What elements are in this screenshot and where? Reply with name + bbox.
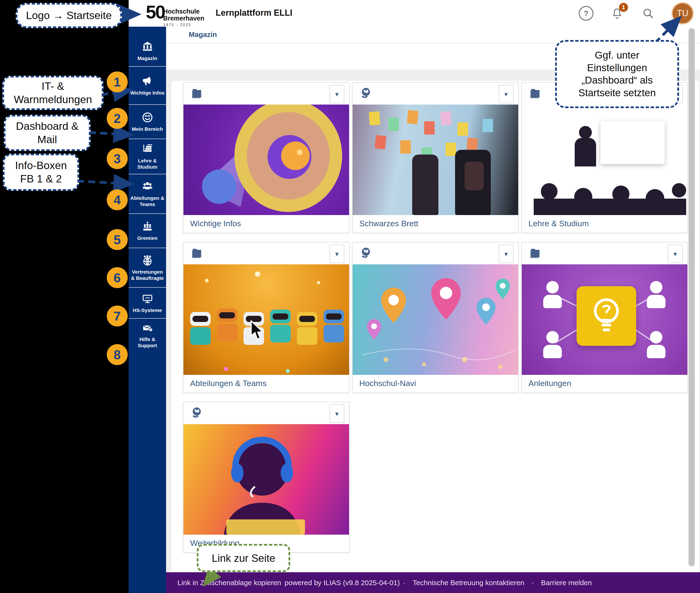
people-group-icon [141,180,154,193]
footer-powered: powered by ILIAS (v9.8 2025-04-01) [285,579,400,587]
footer-link-barrier[interactable]: Barriere melden [541,579,592,587]
annotation-number-6: 6 [107,267,128,288]
card-actions-dropdown[interactable]: ▾ [499,245,513,263]
mail-help-icon: ? [141,322,154,334]
card-title[interactable]: Wichtige Infos [183,215,349,232]
footer-link-support[interactable]: Technische Betreuung kontaktieren [413,579,524,587]
annotated-screenshot: 50 Hochschule Bremerhaven 1975 - 2025 Le… [0,0,700,593]
main-content: Magazin ▾ [166,27,700,593]
committee-icon [141,220,154,233]
books-icon [141,143,154,155]
bank-icon [141,40,154,53]
chevron-down-icon: ▾ [504,90,508,98]
card-abteilungen-teams[interactable]: ▾ [183,242,349,393]
callout-logo-startseite: Logo → Startseite [16,3,122,28]
card-title[interactable]: Hochschul-Navi [353,375,518,392]
footer-link-copy[interactable]: Link in Zwischenablage kopieren [178,579,281,587]
monitor-password-icon [141,292,154,305]
card-title[interactable]: Abteilungen & Teams [183,375,349,392]
card-image[interactable] [353,105,518,215]
card-actions-dropdown[interactable]: ▾ [330,404,344,423]
university-logo[interactable]: 50 Hochschule Bremerhaven 1975 - 2025 [146,2,204,27]
sidebar-item-abteilungen-teams[interactable]: Abteilungen & Teams [128,174,166,213]
footer: Link in Zwischenablage kopieren powered … [166,572,700,593]
card-hochschul-navi[interactable]: ▾ [352,242,519,393]
footer-separator: · [531,579,534,587]
callout-infoboxen: Info-Boxen FB 1 & 2 [3,154,79,191]
toolbar-strip [166,43,700,70]
breadcrumb-item-magazin[interactable]: Magazin [189,31,217,39]
folder-icon [528,246,542,260]
help-button[interactable]: ? [579,6,594,21]
annotation-number-3: 3 [107,148,128,169]
card-title[interactable]: Weiterbildung [183,535,349,552]
globe-people-icon [141,254,154,267]
search-button[interactable] [640,6,656,21]
card-grid: ▾ Wichtige Infos [183,82,687,553]
card-title[interactable]: Schwarzes Brett [353,215,518,232]
sidebar: Magazin Wichtige Infos Mein Bereich Lehr… [128,27,166,593]
sidebar-item-hilfe-support[interactable]: ? Hilfe & Support [128,318,166,352]
logo-name-line2: Bremerhaven [163,15,205,22]
folder-icon [190,246,204,260]
search-icon [642,7,654,19]
callout-dashboard-mail: Dashboard & Mail [4,115,90,151]
card-image[interactable] [353,264,518,375]
folder-icon [190,86,204,100]
chevron-down-icon: ▾ [673,250,677,258]
notifications-button[interactable]: 1 [610,6,625,21]
breadcrumb: Magazin [166,27,700,43]
callout-it-warnmeldungen: IT- & Warnmeldungen [2,76,103,110]
sidebar-item-hs-systeme[interactable]: HS-Systeme [128,287,166,318]
card-image[interactable] [522,105,687,215]
card-actions-dropdown[interactable]: ▾ [668,245,683,263]
card-actions-dropdown[interactable]: ▾ [330,245,344,263]
sidebar-item-wichtige-infos[interactable]: Wichtige Infos [128,66,166,104]
card-actions-dropdown[interactable]: ▾ [330,85,344,103]
sidebar-item-lehre-studium[interactable]: Lehre & Studium [128,139,166,174]
sidebar-item-gremien[interactable]: Gremien [128,213,166,248]
logo-50: 50 [146,2,164,22]
card-image[interactable] [183,264,349,375]
card-actions-dropdown[interactable]: ▾ [499,85,513,103]
chevron-down-icon: ▾ [335,90,339,98]
logo-name-line1: Hochschule [163,8,205,15]
weblink-icon [359,246,373,260]
card-lehre-studium[interactable]: ▾ Lehre & Studium [521,82,688,233]
megaphone-icon [141,75,154,87]
card-weiterbildung[interactable]: ▾ Weiterbildung [183,402,349,553]
avatar[interactable]: TU [671,2,694,25]
vertical-scrollbar[interactable] [689,28,695,566]
card-image[interactable] [183,424,349,535]
card-title[interactable]: Anleitungen [522,375,687,392]
chevron-down-icon: ▾ [673,90,677,98]
annotation-number-1: 1 [107,72,128,92]
weblink-icon [359,86,373,100]
chevron-down-icon: ▾ [335,410,339,418]
card-schwarzes-brett[interactable]: ▾ [352,82,519,233]
notification-badge: 1 [619,3,628,12]
sidebar-item-mein-bereich[interactable]: Mein Bereich [128,104,166,139]
card-image[interactable] [522,264,687,375]
footer-separator: · [403,579,406,587]
folder-icon [528,86,542,100]
chevron-down-icon: ▾ [335,250,339,258]
annotation-number-2: 2 [107,108,128,129]
card-image[interactable] [183,105,349,215]
card-anleitungen[interactable]: ▾ A [521,242,688,393]
card-actions-dropdown[interactable]: ▾ [668,85,683,103]
card-title[interactable]: Lehre & Studium [522,215,687,232]
card-wichtige-infos[interactable]: ▾ Wichtige Infos [183,82,349,233]
smiley-icon [141,111,154,124]
chevron-down-icon: ▾ [504,250,508,258]
sidebar-item-vertretungen[interactable]: Vertretungen & Beauftragte [128,248,166,287]
sidebar-item-magazin[interactable]: Magazin [128,36,166,66]
svg-text:?: ? [150,328,151,331]
mouse-cursor [250,320,265,340]
top-bar: 50 Hochschule Bremerhaven 1975 - 2025 Le… [128,0,700,27]
weblink-icon [190,406,204,420]
annotation-number-4: 4 [107,189,128,210]
annotation-number-5: 5 [107,229,128,250]
annotation-number-8: 8 [107,344,128,365]
help-icon: ? [579,6,593,21]
